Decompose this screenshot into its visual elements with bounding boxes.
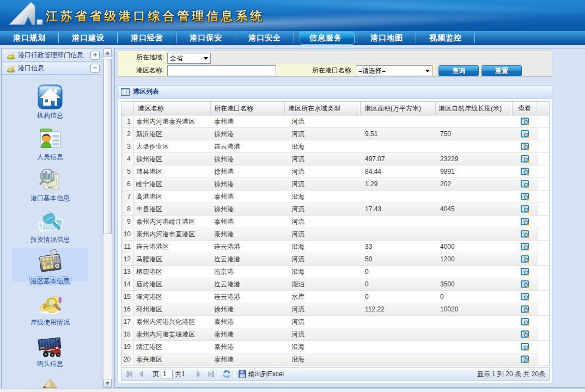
page-first-button[interactable] [125,369,134,379]
nav-tab-3[interactable]: 港口保安 [176,31,235,45]
cell-name: 栖霞港区 [134,266,211,278]
cell-port: 泰州港 [211,341,285,353]
cell-water: 沿海 [285,140,361,152]
view-button[interactable] [513,115,538,127]
view-button[interactable] [513,191,538,203]
page-first-icon [125,370,134,378]
table-row[interactable]: 19靖江港区泰州港沿海 [121,341,549,353]
sidebar-item-partial[interactable] [2,372,99,388]
page-next-button[interactable] [194,369,203,379]
port-name-select[interactable]: =请选择= [356,65,432,76]
column-header-water[interactable]: 港区所在水域类型 [285,102,361,115]
refresh-button[interactable] [222,369,231,379]
table-row[interactable]: 12马腰港区连云港港河流501200 [121,253,549,266]
table-row[interactable]: 5沛县港区徐州港河流84.449891 [121,166,549,178]
view-button[interactable] [513,266,538,278]
table-row[interactable]: 10泰州内河港市直港区泰州港河流 [121,228,549,241]
region-select[interactable]: 全省 [167,53,211,64]
column-header-name[interactable]: 港区名称 [134,102,211,115]
table-row[interactable]: 3大堤作业区连云港港沿海 [121,140,549,153]
accordion-header-0[interactable]: 港口行政管理部门信息+ [2,50,101,62]
table-row[interactable]: 15灌河港区连云港港水库00 [121,291,549,303]
port-name-label: 所在港口名称: [249,64,353,77]
view-button[interactable] [513,303,538,315]
cell-port: 泰州港 [211,316,285,328]
nav-tab-0[interactable]: 港口规划 [0,31,59,45]
nav-tab-6[interactable]: 港口地图 [357,31,416,45]
filter-panel: 所在地域: 全省 港区名称: 所在港口名称: =请选择= 查询 重置 [118,51,552,77]
sidebar-item-0[interactable]: 机构信息 [2,82,99,119]
column-header-shoreline[interactable]: 港区自然岸线长度(米) [436,102,513,115]
sidebar-item-label: 码头信息 [36,360,64,367]
table-row[interactable]: 13栖霞港区南京港沿海0 [121,266,549,278]
view-button[interactable] [513,178,538,190]
view-button[interactable] [513,128,538,140]
sidebar-item-2[interactable]: 港口基本信息 [2,165,99,201]
table-row[interactable]: 8丰县港区徐州港河流17.434045 [121,203,549,216]
view-button[interactable] [513,291,538,303]
accordion-toggle-button[interactable]: + [90,51,100,60]
view-button[interactable] [513,253,538,265]
scroll-up-button[interactable] [103,48,112,57]
view-button[interactable] [513,216,538,228]
column-header-port[interactable]: 所在港口名称 [211,102,285,115]
sidebar-item-1[interactable]: 人员信息 [2,124,99,160]
column-header-rownum[interactable] [121,102,134,115]
table-row[interactable]: 9泰州内河港靖江港区泰州港河流 [121,216,549,228]
view-button[interactable] [513,353,538,365]
port-doc-magnifier-icon [37,167,63,193]
table-row[interactable]: 4徐州港区徐州港河流497.0723229 [121,153,549,166]
column-header-area[interactable]: 港区面积(万平方米) [361,102,436,115]
scrollbar-thumb[interactable] [103,59,112,234]
view-button[interactable] [513,316,538,328]
table-row[interactable]: 20泰兴港区泰州港沿海 [121,353,549,366]
cell-area [361,216,436,228]
page-last-button[interactable] [206,369,215,379]
cell-area [361,328,436,340]
nav-tab-4[interactable]: 港口安全 [235,31,294,45]
row-spacer [538,140,549,152]
column-header-view[interactable]: 查看 [513,102,537,115]
export-excel-button[interactable]: 输出到Excel [248,370,284,379]
nav-tab-7[interactable]: 视频监控 [416,31,475,45]
reset-button[interactable]: 重置 [482,65,522,76]
query-button[interactable]: 查询 [438,65,479,76]
view-button[interactable] [513,153,538,165]
view-button[interactable] [513,328,538,340]
view-button[interactable] [513,166,538,177]
sidebar-item-3[interactable]: 投资情况信息 [2,206,99,243]
view-icon [521,217,529,226]
person-card-icon-wrap [2,125,99,151]
view-button[interactable] [513,228,538,240]
table-row[interactable]: 18泰州内河港姜堰港区泰州港河流 [121,328,549,341]
view-button[interactable] [513,341,538,353]
table-row[interactable]: 6睢宁港区徐州港河流1.29202 [121,178,549,191]
table-row[interactable]: 2新沂港区徐州港河流9.51750 [121,128,549,140]
nav-tab-2[interactable]: 港口经营 [118,31,176,45]
view-button[interactable] [513,140,538,152]
page-number-input[interactable] [161,370,173,378]
nav-tab-1[interactable]: 港口建设 [59,31,118,45]
table-row[interactable]: 17泰州内河港兴化港区泰州港河流 [121,316,549,328]
table-row[interactable]: 14庙岭港区连云港港湖泊03500 [121,278,549,291]
scroll-down-button[interactable] [103,379,112,388]
table-row[interactable]: 1泰州内河港泰兴港区泰州港河流 [121,115,549,128]
cell-name: 大堤作业区 [134,140,211,152]
table-row[interactable]: 16邳州港区徐州港河流112.2210020 [121,303,549,316]
nav-tab-5[interactable]: 信息服务 [294,31,357,45]
accordion-header-1[interactable]: 港口信息− [2,63,101,75]
view-button[interactable] [513,278,538,290]
cell-area: 0 [361,278,436,290]
accordion-toggle-button[interactable]: − [90,64,100,73]
investment-map-icon [37,208,63,234]
view-button[interactable] [513,241,538,253]
page-prev-button[interactable] [137,369,145,379]
sidebar-item-4[interactable]: 港区基本信息 [2,248,99,284]
sidebar-item-6[interactable]: 码头信息 [2,330,99,367]
view-button[interactable] [513,203,538,215]
table-row[interactable]: 7高港港区泰州港沿海 [121,191,549,203]
table-row[interactable]: 11连云港港区连云港港沿海334000 [121,241,549,253]
sidebar-item-5[interactable]: 岸线使用情况 [2,289,99,326]
sidebar-scrollbar[interactable] [103,48,112,388]
gold-shoreline-icon-wrap [2,291,99,317]
